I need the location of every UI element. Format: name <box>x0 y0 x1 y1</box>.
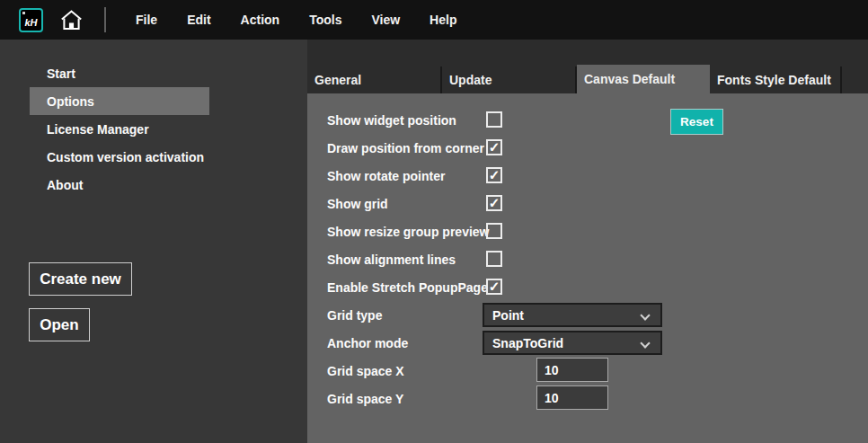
sidebar: StartOptionsLicense ManagerCustom versio… <box>0 40 307 443</box>
input-grid-space-y[interactable] <box>536 385 608 410</box>
menu-item-file[interactable]: File <box>136 13 157 27</box>
checkbox-show-resize-group-preview[interactable] <box>486 223 502 239</box>
sidebar-item-options[interactable]: Options <box>30 87 209 115</box>
checkbox-show-grid[interactable] <box>486 195 502 211</box>
tab-canvas-default[interactable]: Canvas Default <box>577 65 710 93</box>
tab-fonts-style-default[interactable]: Fonts Style Default <box>710 66 842 93</box>
tab-update[interactable]: Update <box>442 66 577 93</box>
sidebar-item-about[interactable]: About <box>30 171 209 199</box>
checkbox-draw-position-from-corner[interactable] <box>486 139 502 155</box>
settings-row-grid-space-y: Grid space Y <box>307 385 868 412</box>
settings-row-show-grid: Show grid <box>307 190 868 217</box>
sidebar-item-start[interactable]: Start <box>30 59 209 87</box>
settings-rows: Show widget positionDraw position from c… <box>307 106 868 412</box>
dropdown-value: SnapToGrid <box>484 336 563 350</box>
row-label: Grid space Y <box>327 385 403 412</box>
row-label: Show resize group preview <box>327 217 490 245</box>
sidebar-item-custom-version-activation[interactable]: Custom version activation <box>30 143 209 171</box>
settings-row-show-alignment-lines: Show alignment lines <box>307 245 868 273</box>
dropdown-grid-type[interactable]: Point <box>483 303 662 327</box>
settings-row-show-resize-group-preview: Show resize group preview <box>307 217 868 245</box>
settings-row-draw-position-from-corner: Draw position from corner <box>307 134 868 162</box>
row-label: Show widget position <box>327 106 456 134</box>
topbar: kH FileEditActionToolsViewHelp <box>0 0 868 40</box>
checkbox-enable-stretch-popuppage[interactable] <box>486 279 502 295</box>
home-button[interactable] <box>58 7 84 32</box>
settings-row-grid-space-x: Grid space X <box>307 357 868 385</box>
sidebar-nav: StartOptionsLicense ManagerCustom versio… <box>30 59 209 199</box>
settings-row-show-rotate-pointer: Show rotate pointer <box>307 162 868 190</box>
row-label: Grid space X <box>327 357 404 385</box>
row-label: Anchor mode <box>327 329 408 357</box>
checkbox-show-alignment-lines[interactable] <box>486 251 502 267</box>
settings-row-show-widget-position: Show widget position <box>307 106 868 134</box>
row-label: Enable Stretch PopupPage <box>327 273 488 301</box>
menu-item-view[interactable]: View <box>371 13 400 27</box>
main-area: GeneralUpdateCanvas DefaultFonts Style D… <box>307 40 868 443</box>
row-label: Show grid <box>327 190 388 217</box>
chevron-down-icon <box>640 310 650 320</box>
menu-item-help[interactable]: Help <box>430 13 456 27</box>
dropdown-value: Point <box>484 308 524 323</box>
tab-general[interactable]: General <box>307 66 442 93</box>
row-label: Grid type <box>327 301 382 329</box>
menu-item-action[interactable]: Action <box>241 13 280 27</box>
app-logo-icon[interactable]: kH <box>19 8 43 32</box>
settings-row-enable-stretch-popuppage: Enable Stretch PopupPage <box>307 273 868 301</box>
topbar-divider <box>104 7 106 32</box>
input-grid-space-x[interactable] <box>536 358 608 382</box>
tab-bar: GeneralUpdateCanvas DefaultFonts Style D… <box>307 40 868 93</box>
menu-item-tools[interactable]: Tools <box>309 13 341 27</box>
menu-item-edit[interactable]: Edit <box>187 13 210 27</box>
chevron-down-icon <box>640 338 650 348</box>
checkbox-show-widget-position[interactable] <box>486 111 502 128</box>
sidebar-item-license-manager[interactable]: License Manager <box>30 115 209 143</box>
open-button[interactable]: Open <box>29 308 90 341</box>
dropdown-anchor-mode[interactable]: SnapToGrid <box>483 331 662 355</box>
settings-row-anchor-mode: Anchor modeSnapToGrid <box>307 329 868 357</box>
create-new-button[interactable]: Create new <box>29 262 132 296</box>
menu-bar: FileEditActionToolsViewHelp <box>136 13 456 27</box>
canvas-default-panel: Reset Show widget positionDraw position … <box>307 93 868 443</box>
settings-row-grid-type: Grid typePoint <box>307 301 868 329</box>
row-label: Draw position from corner <box>327 134 484 162</box>
row-label: Show rotate pointer <box>327 162 445 190</box>
checkbox-show-rotate-pointer[interactable] <box>486 167 502 183</box>
row-label: Show alignment lines <box>327 245 456 273</box>
home-icon <box>59 8 84 32</box>
